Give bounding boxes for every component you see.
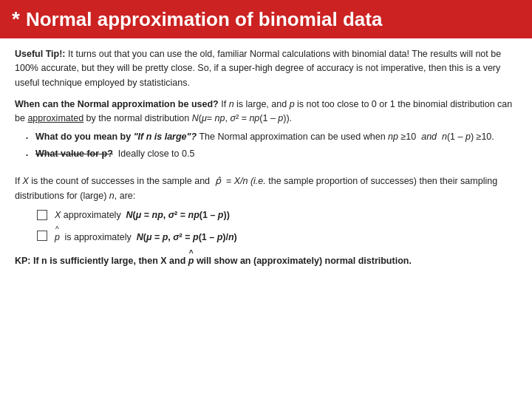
bullet-dot-2: · <box>25 148 35 161</box>
formula-item-x: X approximately N(μ = np, σ² = np(1 – p)… <box>37 208 517 222</box>
formula-checkbox-2 <box>37 231 47 241</box>
kp-section: KP: If n is sufficiently large, then X a… <box>15 250 517 268</box>
header-star: * <box>12 7 20 31</box>
formula-list: X approximately N(μ = np, σ² = np(1 – p)… <box>37 208 517 245</box>
page-title: Normal approximation of binomial data <box>26 8 383 31</box>
tip-block: Useful Tip!: It turns out that you can u… <box>15 47 517 90</box>
formula-checkbox-1 <box>37 210 47 220</box>
when-section: When can the Normal approximation be use… <box>15 98 517 126</box>
bullet-text-1: What do you mean by "If n is large"? The… <box>35 130 517 144</box>
tip-text: It turns out that you can use the old, f… <box>15 49 501 88</box>
bullet-dot-1: · <box>25 131 35 144</box>
formula-text-x: X approximately N(μ = np, σ² = np(1 – p)… <box>55 208 230 222</box>
bullet-list: · What do you mean by "If n is large"? T… <box>25 130 517 161</box>
page-header: * Normal approximation of binomial data <box>0 0 532 38</box>
bullet-item-1: · What do you mean by "If n is large"? T… <box>25 130 517 144</box>
formula-item-phat: p^ is approximately N(μ = p, σ² = p(1 – … <box>37 227 517 245</box>
sampling-intro: If X is the count of successes in the sa… <box>15 170 517 203</box>
when-question: When can the Normal approximation be use… <box>15 99 219 109</box>
sampling-section: If X is the count of successes in the sa… <box>15 170 517 268</box>
bullet-text-2: What value for p? Ideally close to 0.5 <box>35 147 517 161</box>
tip-label: Useful Tip!: <box>15 49 66 59</box>
formula-text-phat: p^ is approximately N(μ = p, σ² = p(1 – … <box>55 227 237 245</box>
bullet-item-2: · What value for p? Ideally close to 0.5 <box>25 147 517 161</box>
main-content: Useful Tip!: It turns out that you can u… <box>0 38 532 276</box>
